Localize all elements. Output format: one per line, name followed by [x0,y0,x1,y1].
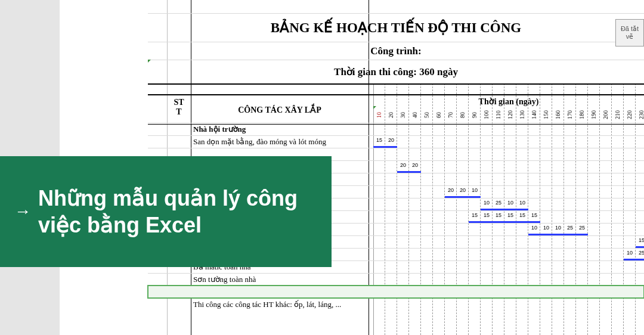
duration-label: 10 [516,200,528,206]
time-tick: 70 [445,107,457,123]
header-task-text: CÔNG TÁC XÂY LẮP [238,105,321,115]
duration-label: 15 [481,212,493,218]
header-task: CÔNG TÁC XÂY LẮP [191,95,369,124]
time-tick: 200 [600,107,612,123]
table-row[interactable]: Nhà hội trường [148,123,644,135]
duration-label: 10 [528,225,540,231]
duration-label: 10 [552,225,564,231]
title-main: BẢNG KẾ HOẠCH TIẾN ĐỘ THI CÔNG [148,13,644,42]
table-row[interactable]: Thi công các công tác HT khác: ốp, lát, … [148,298,644,311]
time-tick: 130 [516,107,528,123]
title-duration: Thời gian thi công: 360 ngày [148,60,644,83]
table-header-band: ST T CÔNG TÁC XÂY LẮP Thời gian (ngày) 1… [148,94,644,125]
time-tick: 40 [409,107,421,123]
time-tick: 30 [397,107,409,123]
time-tick: 10 [373,107,385,123]
task-name: San dọn mặt bằng, đào móng và lót móng [193,137,367,147]
duration-label: 15 [636,237,644,243]
table-row[interactable]: San dọn mặt bằng, đào móng và lót móng15… [148,135,644,148]
duration-label: 15 [504,212,516,218]
duration-label: 25 [636,250,644,256]
duration-label: 15 [469,212,481,218]
overlay-text: Những mẫu quản lý công việc bằng Excel [38,185,332,238]
time-tick: 20 [385,107,397,123]
header-stt: ST T [167,98,191,124]
duration-label: 20 [409,162,421,168]
time-tick: 220 [624,107,636,123]
time-tick: 230 [636,107,644,123]
duration-label: 15 [528,212,540,218]
time-tick: 170 [564,107,576,123]
duration-label: 10 [481,200,493,206]
time-tick: 80 [457,107,469,123]
overlay-banner: → Những mẫu quản lý công việc bằng Excel [0,156,332,267]
cell-marker-icon [373,106,376,109]
rule-under-titles [148,83,644,85]
duration-label: 20 [457,187,469,193]
time-tick: 190 [588,107,600,123]
duration-label: 10 [624,250,636,256]
duration-label: 25 [564,225,576,231]
time-tick: 110 [493,107,504,123]
time-tick: 90 [469,107,481,123]
duration-label: 10 [504,200,516,206]
task-name: Sơn tường toàn nhà [193,275,367,284]
task-name: Thi công các công tác HT khác: ốp, lát, … [193,300,367,309]
time-tick: 210 [612,107,624,123]
duration-label: 20 [385,137,397,143]
duration-label: 15 [493,212,504,218]
time-tick: 50 [421,107,433,123]
arrow-right-icon: → [14,202,31,221]
duration-label: 10 [540,225,552,231]
duration-label: 25 [576,225,588,231]
time-tick: 140 [528,107,540,123]
time-tick: 160 [552,107,564,123]
time-tick: 180 [576,107,588,123]
selected-row-highlight [148,286,644,298]
duration-label: 20 [445,187,457,193]
duration-label: 20 [397,162,409,168]
table-row[interactable]: Sơn tường toàn nhà55 [148,273,644,286]
task-name: Nhà hội trường [193,125,367,134]
stage: 12345678910111213141516171819202122 BẢNG… [0,0,644,335]
duration-label: 25 [493,200,504,206]
toggle-draw-button[interactable]: Đã tắt vẽ [615,19,644,46]
header-stt-text: ST T [174,98,184,116]
duration-label: 10 [469,187,481,193]
title-project: Công trình: [148,42,644,60]
duration-label: 15 [516,212,528,218]
title-main-text: BẢNG KẾ HOẠCH TIẾN ĐỘ THI CÔNG [271,20,521,35]
header-time: Thời gian (ngày) [373,97,644,107]
toggle-draw-label: Đã tắt vẽ [621,25,639,41]
cell-marker-icon [148,60,151,63]
time-tick: 150 [540,107,552,123]
header-time-text: Thời gian (ngày) [479,97,539,106]
title-project-text: Công trình: [370,45,421,57]
title-duration-text: Thời gian thi công: 360 ngày [334,66,458,77]
time-tick: 60 [433,107,445,123]
time-tick: 100 [481,107,493,123]
duration-label: 15 [373,137,385,143]
time-tick: 120 [504,107,516,123]
